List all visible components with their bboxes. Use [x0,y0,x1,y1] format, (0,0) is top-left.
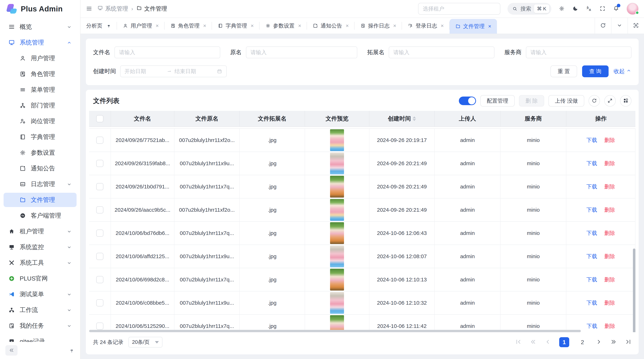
tab-close-icon[interactable]: × [488,23,492,29]
download-link[interactable]: 下载 [586,323,597,330]
last-page-button[interactable] [625,339,632,346]
sidebar-item-15[interactable]: 系统工具 [4,256,76,270]
pin-icon[interactable] [106,23,111,28]
fullscreen-button[interactable] [599,5,606,12]
tab-登录日志[interactable]: 登录日志× [402,18,450,34]
sidebar-item-9[interactable]: 通知公告 [4,161,76,176]
tab-close-icon[interactable]: × [156,23,159,29]
upload-button[interactable]: 上传 没做 [548,95,584,107]
tab-close-icon[interactable]: × [298,23,302,29]
tabs-menu-button[interactable] [611,18,628,34]
download-link[interactable]: 下载 [586,206,597,214]
tab-close-icon[interactable]: × [346,23,349,29]
tab-close-icon[interactable]: × [250,23,254,29]
tab-close-icon[interactable]: × [203,23,206,29]
tab-操作日志[interactable]: 操作日志× [354,18,402,34]
tenant-select-input[interactable] [418,3,500,15]
sidebar-item-18[interactable]: 工作流 [4,303,76,317]
global-search-button[interactable]: 搜索 ⌘ K [508,3,551,15]
reset-button[interactable]: 重 置 [550,65,577,77]
sidebar-item-16[interactable]: PLUS官网 [4,271,76,286]
row-checkbox[interactable] [96,276,104,283]
sidebar-item-14[interactable]: 系统监控 [4,240,76,254]
row-checkbox[interactable] [96,253,104,260]
breadcrumb-system[interactable]: 系统管理 [97,5,128,13]
collapse-filters-link[interactable]: 收起 [614,68,632,75]
sort-icon[interactable] [413,116,416,121]
filter-input-文件名[interactable] [114,46,220,58]
tab-字典管理[interactable]: 字典管理× [212,18,260,34]
tab-close-icon[interactable]: × [393,23,396,29]
page-size-select[interactable]: 20条/页 [128,337,162,348]
vertical-scrollbar[interactable] [633,249,636,332]
sidebar-item-17[interactable]: 测试菜单 [4,287,76,302]
notifications-button[interactable] [613,5,619,12]
column-header-创建时间[interactable]: 创建时间 [370,111,435,127]
sidebar-item-19[interactable]: 我的任务 [4,319,76,333]
delete-button[interactable]: 删 除 [519,95,544,107]
select-all-checkbox[interactable] [96,115,104,122]
sidebar-item-7[interactable]: 字典管理 [4,130,76,144]
sidebar-item-1[interactable]: 系统管理 [4,35,76,50]
first-page-button[interactable] [515,339,522,346]
delete-link[interactable]: 删除 [604,230,615,237]
next-page-button[interactable] [596,339,602,346]
sidebar-pin-icon[interactable] [69,347,75,354]
table-fullscreen-button[interactable] [604,95,616,107]
next-5-pages-button[interactable] [610,339,617,346]
row-checkbox[interactable] [96,160,104,167]
column-header-服务商[interactable]: 服务商 [500,111,566,127]
download-link[interactable]: 下载 [586,276,597,283]
row-checkbox[interactable] [96,206,104,213]
delete-link[interactable]: 删除 [604,323,615,330]
horizontal-scrollbar[interactable] [89,330,581,332]
tab-角色管理[interactable]: 角色管理× [164,18,212,34]
tabs-refresh-button[interactable] [595,18,611,34]
sidebar-item-11[interactable]: 文件管理 [4,193,76,207]
delete-link[interactable]: 删除 [604,183,615,190]
prev-5-pages-button[interactable] [530,339,536,346]
download-link[interactable]: 下载 [586,230,597,237]
sidebar-item-4[interactable]: 菜单管理 [4,83,76,97]
content-fullscreen-button[interactable] [628,18,644,34]
file-preview-image[interactable] [330,129,344,151]
sidebar-item-6[interactable]: 岗位管理 [4,114,76,128]
filter-input-原名[interactable] [246,46,358,58]
tab-通知公告[interactable]: 通知公告× [307,18,354,34]
column-header-文件原名[interactable]: 文件原名 [174,111,240,127]
tab-close-icon[interactable]: × [440,23,444,29]
prev-page-button[interactable] [544,339,551,346]
file-preview-image[interactable] [330,176,344,198]
tab-用户管理[interactable]: 用户管理× [117,18,164,34]
sidebar-item-12[interactable]: 客户端管理 [4,208,76,223]
table-refresh-button[interactable] [588,95,600,107]
file-preview-image[interactable] [330,222,344,244]
column-header-上传人[interactable]: 上传人 [435,111,500,127]
file-preview-image[interactable] [330,315,344,332]
row-checkbox[interactable] [96,299,104,307]
delete-link[interactable]: 删除 [604,160,615,167]
filter-input-拓展名[interactable] [389,46,494,58]
column-header-文件拓展名[interactable]: 文件拓展名 [240,111,305,127]
download-link[interactable]: 下载 [586,160,597,167]
file-preview-image[interactable] [330,246,344,267]
menu-toggle-button[interactable] [86,5,92,12]
sidebar-item-2[interactable]: 用户管理 [4,51,76,65]
column-header-文件预览[interactable]: 文件预览 [305,111,370,127]
delete-link[interactable]: 删除 [604,253,615,260]
search-button[interactable]: 查 询 [582,65,608,77]
user-avatar[interactable] [626,3,639,15]
sidebar-item-3[interactable]: 角色管理 [4,67,76,81]
row-checkbox[interactable] [96,183,104,190]
file-preview-image[interactable] [330,292,344,314]
download-link[interactable]: 下载 [586,183,597,190]
delete-link[interactable]: 删除 [604,276,615,283]
language-button[interactable]: 文A [586,5,592,12]
column-settings-button[interactable] [620,95,632,107]
search-panel-toggle[interactable] [459,96,476,105]
tab-参数设置[interactable]: 参数设置× [260,18,307,34]
file-preview-image[interactable] [330,269,344,291]
sidebar-item-0[interactable]: 概览 [4,20,76,34]
column-header-操作[interactable]: 操作 [566,111,636,127]
file-preview-image[interactable] [330,152,344,174]
